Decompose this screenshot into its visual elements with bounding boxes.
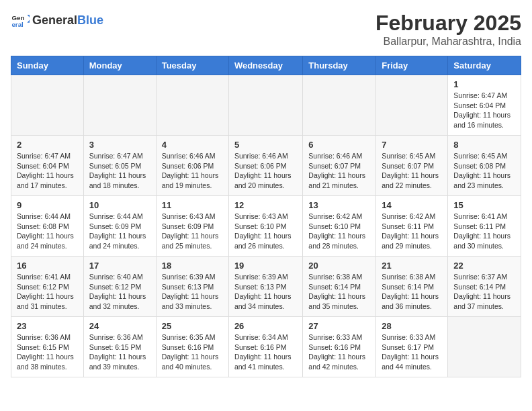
calendar-cell: 10Sunrise: 6:44 AM Sunset: 6:09 PM Dayli…	[83, 196, 156, 257]
location-title: Ballarpur, Maharashtra, India	[375, 36, 521, 48]
calendar-week-1: 2Sunrise: 6:47 AM Sunset: 6:04 PM Daylig…	[11, 136, 521, 196]
calendar-cell: 18Sunrise: 6:39 AM Sunset: 6:13 PM Dayli…	[156, 257, 228, 317]
month-title: February 2025	[375, 11, 521, 36]
day-info: Sunrise: 6:45 AM Sunset: 6:08 PM Dayligh…	[453, 151, 515, 191]
calendar-cell: 5Sunrise: 6:46 AM Sunset: 6:06 PM Daylig…	[228, 136, 302, 196]
day-info: Sunrise: 6:40 AM Sunset: 6:12 PM Dayligh…	[89, 272, 150, 312]
day-info: Sunrise: 6:47 AM Sunset: 6:04 PM Dayligh…	[453, 91, 515, 130]
day-info: Sunrise: 6:42 AM Sunset: 6:11 PM Dayligh…	[382, 212, 442, 251]
day-number: 20	[308, 261, 370, 271]
day-info: Sunrise: 6:37 AM Sunset: 6:14 PM Dayligh…	[453, 272, 515, 312]
logo: Gen eral GeneralBlue	[11, 11, 103, 30]
day-number: 12	[234, 200, 297, 210]
day-number: 14	[382, 200, 442, 210]
calendar-cell	[11, 75, 84, 136]
day-number: 23	[17, 321, 78, 331]
day-info: Sunrise: 6:46 AM Sunset: 6:07 PM Dayligh…	[308, 151, 370, 191]
day-number: 7	[382, 140, 442, 150]
day-info: Sunrise: 6:47 AM Sunset: 6:05 PM Dayligh…	[89, 151, 150, 191]
day-number: 11	[162, 200, 223, 210]
day-number: 3	[89, 140, 150, 150]
day-info: Sunrise: 6:36 AM Sunset: 6:15 PM Dayligh…	[17, 332, 78, 372]
page-header: Gen eral GeneralBlue February 2025 Balla…	[11, 11, 521, 48]
calendar-cell: 3Sunrise: 6:47 AM Sunset: 6:05 PM Daylig…	[83, 136, 156, 196]
calendar-cell: 25Sunrise: 6:35 AM Sunset: 6:16 PM Dayli…	[156, 317, 228, 377]
day-number: 27	[308, 321, 370, 331]
svg-marker-2	[28, 15, 30, 23]
title-area: February 2025 Ballarpur, Maharashtra, In…	[375, 11, 521, 48]
day-number: 8	[453, 140, 515, 150]
calendar-cell: 2Sunrise: 6:47 AM Sunset: 6:04 PM Daylig…	[11, 136, 84, 196]
day-number: 24	[89, 321, 150, 331]
calendar-cell: 24Sunrise: 6:36 AM Sunset: 6:15 PM Dayli…	[83, 317, 156, 377]
header-monday: Monday	[83, 56, 156, 75]
day-info: Sunrise: 6:34 AM Sunset: 6:16 PM Dayligh…	[234, 332, 297, 372]
day-info: Sunrise: 6:35 AM Sunset: 6:16 PM Dayligh…	[162, 332, 223, 372]
header-sunday: Sunday	[11, 56, 84, 75]
header-wednesday: Wednesday	[228, 56, 302, 75]
day-number: 16	[17, 261, 78, 271]
day-number: 9	[17, 200, 78, 210]
calendar-cell: 17Sunrise: 6:40 AM Sunset: 6:12 PM Dayli…	[83, 257, 156, 317]
day-info: Sunrise: 6:41 AM Sunset: 6:12 PM Dayligh…	[17, 272, 78, 312]
day-info: Sunrise: 6:42 AM Sunset: 6:10 PM Dayligh…	[308, 212, 370, 251]
day-number: 25	[162, 321, 223, 331]
day-info: Sunrise: 6:33 AM Sunset: 6:16 PM Dayligh…	[308, 332, 370, 372]
calendar-cell: 15Sunrise: 6:41 AM Sunset: 6:11 PM Dayli…	[448, 196, 521, 257]
logo-icon: Gen eral	[11, 11, 30, 30]
day-number: 26	[234, 321, 297, 331]
calendar-cell: 9Sunrise: 6:44 AM Sunset: 6:08 PM Daylig…	[11, 196, 84, 257]
calendar-cell	[228, 75, 302, 136]
calendar-cell: 13Sunrise: 6:42 AM Sunset: 6:10 PM Dayli…	[303, 196, 376, 257]
day-info: Sunrise: 6:46 AM Sunset: 6:06 PM Dayligh…	[162, 151, 223, 191]
calendar-cell	[376, 75, 448, 136]
day-info: Sunrise: 6:44 AM Sunset: 6:08 PM Dayligh…	[17, 212, 78, 251]
calendar-cell: 1Sunrise: 6:47 AM Sunset: 6:04 PM Daylig…	[448, 75, 521, 136]
day-info: Sunrise: 6:43 AM Sunset: 6:10 PM Dayligh…	[234, 212, 297, 251]
day-info: Sunrise: 6:38 AM Sunset: 6:14 PM Dayligh…	[308, 272, 370, 312]
calendar-cell: 8Sunrise: 6:45 AM Sunset: 6:08 PM Daylig…	[448, 136, 521, 196]
day-info: Sunrise: 6:45 AM Sunset: 6:07 PM Dayligh…	[382, 151, 442, 191]
day-number: 19	[234, 261, 297, 271]
svg-text:eral: eral	[11, 21, 24, 28]
header-thursday: Thursday	[303, 56, 376, 75]
header-friday: Friday	[376, 56, 448, 75]
calendar-cell: 14Sunrise: 6:42 AM Sunset: 6:11 PM Dayli…	[376, 196, 448, 257]
day-number: 17	[89, 261, 150, 271]
calendar-header-row: SundayMondayTuesdayWednesdayThursdayFrid…	[11, 56, 521, 75]
day-info: Sunrise: 6:46 AM Sunset: 6:06 PM Dayligh…	[234, 151, 297, 191]
day-number: 2	[17, 140, 78, 150]
calendar-cell: 6Sunrise: 6:46 AM Sunset: 6:07 PM Daylig…	[303, 136, 376, 196]
calendar-week-4: 23Sunrise: 6:36 AM Sunset: 6:15 PM Dayli…	[11, 317, 521, 377]
day-number: 18	[162, 261, 223, 271]
calendar-week-2: 9Sunrise: 6:44 AM Sunset: 6:08 PM Daylig…	[11, 196, 521, 257]
day-number: 1	[453, 79, 515, 89]
header-saturday: Saturday	[448, 56, 521, 75]
calendar-cell: 7Sunrise: 6:45 AM Sunset: 6:07 PM Daylig…	[376, 136, 448, 196]
calendar-cell: 21Sunrise: 6:38 AM Sunset: 6:14 PM Dayli…	[376, 257, 448, 317]
calendar-cell	[156, 75, 228, 136]
day-info: Sunrise: 6:38 AM Sunset: 6:14 PM Dayligh…	[382, 272, 442, 312]
calendar-cell: 22Sunrise: 6:37 AM Sunset: 6:14 PM Dayli…	[448, 257, 521, 317]
calendar-cell: 27Sunrise: 6:33 AM Sunset: 6:16 PM Dayli…	[303, 317, 376, 377]
calendar-cell	[303, 75, 376, 136]
day-number: 21	[382, 261, 442, 271]
calendar-cell	[448, 317, 521, 377]
day-info: Sunrise: 6:36 AM Sunset: 6:15 PM Dayligh…	[89, 332, 150, 372]
day-number: 6	[308, 140, 370, 150]
calendar-cell: 11Sunrise: 6:43 AM Sunset: 6:09 PM Dayli…	[156, 196, 228, 257]
calendar-table: SundayMondayTuesdayWednesdayThursdayFrid…	[11, 56, 521, 377]
day-number: 28	[382, 321, 442, 331]
day-info: Sunrise: 6:47 AM Sunset: 6:04 PM Dayligh…	[17, 151, 78, 191]
calendar-cell: 23Sunrise: 6:36 AM Sunset: 6:15 PM Dayli…	[11, 317, 84, 377]
day-number: 22	[453, 261, 515, 271]
day-number: 13	[308, 200, 370, 210]
calendar-cell: 28Sunrise: 6:33 AM Sunset: 6:17 PM Dayli…	[376, 317, 448, 377]
day-info: Sunrise: 6:43 AM Sunset: 6:09 PM Dayligh…	[162, 212, 223, 251]
calendar-cell: 12Sunrise: 6:43 AM Sunset: 6:10 PM Dayli…	[228, 196, 302, 257]
calendar-cell: 4Sunrise: 6:46 AM Sunset: 6:06 PM Daylig…	[156, 136, 228, 196]
day-number: 15	[453, 200, 515, 210]
calendar-week-3: 16Sunrise: 6:41 AM Sunset: 6:12 PM Dayli…	[11, 257, 521, 317]
calendar-week-0: 1Sunrise: 6:47 AM Sunset: 6:04 PM Daylig…	[11, 75, 521, 136]
calendar-cell: 26Sunrise: 6:34 AM Sunset: 6:16 PM Dayli…	[228, 317, 302, 377]
